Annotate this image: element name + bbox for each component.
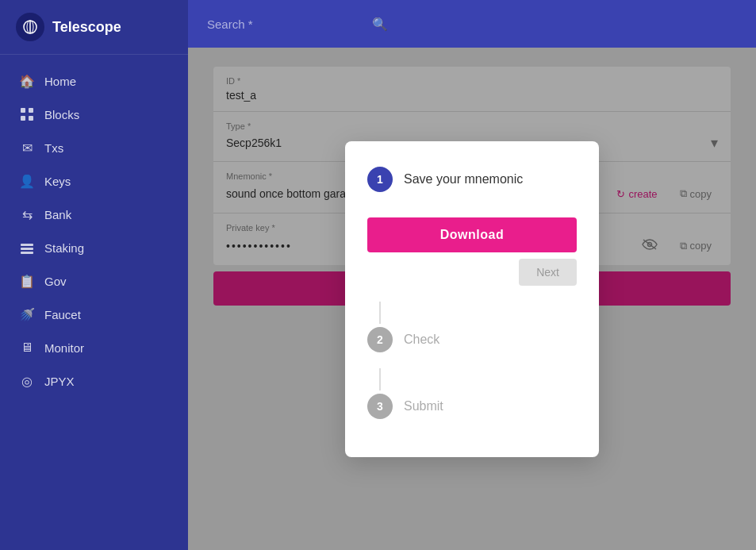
step-connector-1: [379, 302, 381, 324]
search-bar[interactable]: 🔍: [207, 17, 388, 32]
sidebar-item-keys[interactable]: 👤 Keys: [0, 164, 188, 198]
keys-icon: 👤: [19, 173, 35, 189]
sidebar-label-staking: Staking: [44, 241, 84, 255]
sidebar-item-monitor[interactable]: 🖥 Monitor: [0, 331, 188, 364]
step-2-circle: 2: [367, 327, 393, 352]
sidebar-item-bank[interactable]: ⇆ Bank: [0, 198, 188, 231]
app-logo[interactable]: Telescope: [0, 0, 188, 55]
home-icon: 🏠: [19, 73, 35, 89]
svg-rect-8: [21, 248, 33, 250]
header: 🔍: [188, 0, 756, 48]
sidebar-label-faucet: Faucet: [44, 308, 81, 321]
svg-rect-9: [21, 252, 33, 254]
next-button[interactable]: Next: [519, 259, 577, 286]
svg-rect-7: [21, 244, 33, 246]
step-3: 3 Submit: [367, 394, 577, 419]
sidebar-item-gov[interactable]: 📋 Gov: [0, 264, 188, 298]
logo-icon: [16, 13, 44, 41]
svg-rect-4: [29, 108, 33, 113]
sidebar: Telescope 🏠 Home Blocks ✉ Txs 👤 Keys: [0, 0, 188, 550]
svg-rect-3: [21, 108, 25, 113]
app-title: Telescope: [52, 19, 121, 36]
step-1: 1 Save your mnemonic: [367, 167, 577, 192]
step-connector-2: [379, 368, 381, 390]
txs-icon: ✉: [19, 140, 35, 156]
step-3-circle: 3: [367, 394, 393, 419]
content-area: ID * test_a Type * Secp256k1 ▾ Mnemonic …: [188, 48, 756, 550]
staking-icon: [19, 240, 35, 256]
search-input[interactable]: [207, 17, 366, 31]
blocks-icon: [19, 106, 35, 122]
sidebar-label-txs: Txs: [44, 141, 63, 155]
svg-rect-5: [21, 116, 25, 121]
sidebar-item-faucet[interactable]: 🚿 Faucet: [0, 298, 188, 331]
search-icon: 🔍: [372, 17, 388, 32]
step-1-label: Save your mnemonic: [404, 172, 523, 187]
sidebar-label-home: Home: [44, 75, 76, 88]
step-2-label: Check: [404, 333, 439, 347]
sidebar-item-staking[interactable]: Staking: [0, 231, 188, 264]
modal-overlay: 1 Save your mnemonic Download Next 2: [188, 48, 756, 550]
monitor-icon: 🖥: [19, 340, 35, 356]
sidebar-label-jpyx: JPYX: [44, 375, 75, 388]
sidebar-label-bank: Bank: [44, 208, 71, 221]
main-area: 🔍 ID * test_a Type * Secp256k1 ▾ Mnemoni…: [188, 0, 756, 550]
sidebar-label-gov: Gov: [44, 275, 67, 288]
sidebar-label-keys: Keys: [44, 175, 71, 188]
sidebar-nav: 🏠 Home Blocks ✉ Txs 👤 Keys ⇆ Bank: [0, 55, 188, 550]
sidebar-label-blocks: Blocks: [44, 108, 79, 121]
modal: 1 Save your mnemonic Download Next 2: [345, 141, 599, 457]
sidebar-item-txs[interactable]: ✉ Txs: [0, 131, 188, 164]
step-3-label: Submit: [404, 399, 443, 413]
sidebar-item-jpyx[interactable]: ◎ JPYX: [0, 364, 188, 398]
sidebar-item-home[interactable]: 🏠 Home: [0, 64, 188, 98]
next-btn-row: Next: [367, 259, 577, 302]
sidebar-item-blocks[interactable]: Blocks: [0, 98, 188, 131]
jpyx-icon: ◎: [19, 373, 35, 389]
bank-icon: ⇆: [19, 206, 35, 222]
download-button[interactable]: Download: [367, 217, 577, 252]
step-1-circle: 1: [367, 167, 393, 192]
step-2: 2 Check: [367, 327, 577, 352]
gov-icon: 📋: [19, 273, 35, 289]
svg-rect-6: [29, 116, 33, 121]
faucet-icon: 🚿: [19, 306, 35, 322]
sidebar-label-monitor: Monitor: [44, 341, 84, 355]
